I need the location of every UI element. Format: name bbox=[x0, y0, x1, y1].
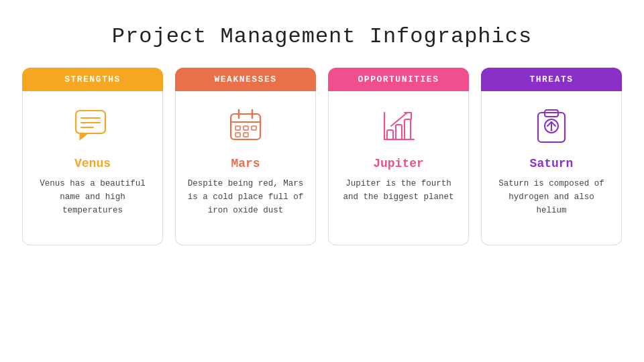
page-title: Project Management Infographics bbox=[112, 24, 532, 49]
svg-rect-17 bbox=[396, 125, 402, 139]
cards-container: STRENGTHS Venus Venus has a beautiful na… bbox=[13, 68, 631, 245]
card-body-opportunities: Jupiter Jupiter is the fourth and the bi… bbox=[328, 91, 469, 245]
card-strengths: STRENGTHS Venus Venus has a beautiful na… bbox=[22, 68, 163, 245]
planet-name-jupiter: Jupiter bbox=[373, 157, 424, 170]
svg-rect-12 bbox=[235, 133, 240, 137]
planet-name-saturn: Saturn bbox=[530, 157, 574, 170]
svg-rect-9 bbox=[235, 126, 240, 130]
card-header-strengths: STRENGTHS bbox=[22, 68, 163, 91]
svg-marker-4 bbox=[80, 133, 88, 140]
svg-rect-18 bbox=[405, 119, 411, 139]
card-body-weaknesses: Mars Despite being red, Mars is a cold p… bbox=[175, 91, 316, 245]
planet-name-venus: Venus bbox=[74, 157, 111, 170]
svg-rect-16 bbox=[387, 130, 393, 139]
card-desc-weaknesses: Despite being red, Mars is a cold place … bbox=[185, 177, 306, 217]
card-threats: THREATS Saturn Saturn is composed of hyd… bbox=[481, 68, 622, 245]
svg-rect-13 bbox=[244, 133, 248, 137]
svg-rect-11 bbox=[252, 126, 256, 130]
card-header-weaknesses: WEAKNESSES bbox=[175, 68, 316, 91]
card-desc-strengths: Venus has a beautiful name and high temp… bbox=[32, 177, 153, 217]
card-desc-opportunities: Jupiter is the fourth and the biggest pl… bbox=[338, 177, 459, 204]
svg-rect-10 bbox=[244, 126, 248, 130]
card-desc-threats: Saturn is composed of hydrogen and also … bbox=[491, 177, 612, 217]
chart-icon bbox=[377, 105, 420, 147]
chat-icon bbox=[71, 105, 114, 147]
card-opportunities: OPPORTUNITIES Jupiter Jupiter is the fou… bbox=[328, 68, 469, 245]
card-weaknesses: WEAKNESSES Mars Despite being red, Mars … bbox=[175, 68, 316, 245]
card-header-opportunities: OPPORTUNITIES bbox=[328, 68, 469, 91]
svg-point-25 bbox=[551, 129, 553, 131]
card-body-strengths: Venus Venus has a beautiful name and hig… bbox=[22, 91, 163, 245]
calendar-icon bbox=[224, 105, 267, 147]
planet-name-mars: Mars bbox=[231, 157, 260, 170]
card-header-threats: THREATS bbox=[481, 68, 622, 91]
clipboard-icon bbox=[530, 105, 573, 147]
card-body-threats: Saturn Saturn is composed of hydrogen an… bbox=[481, 91, 622, 245]
